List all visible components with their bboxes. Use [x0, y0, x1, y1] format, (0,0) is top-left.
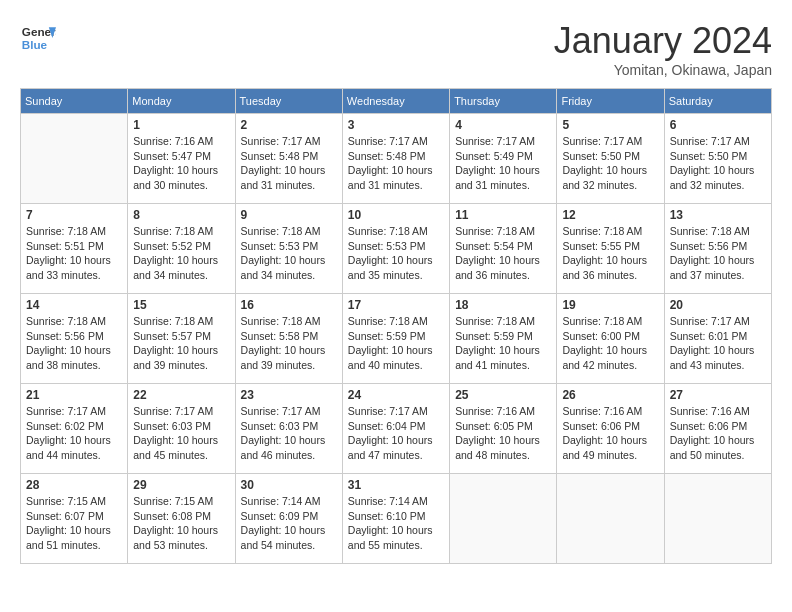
day-info: Sunrise: 7:17 AM Sunset: 5:50 PM Dayligh… — [670, 134, 766, 193]
calendar-day-cell: 23Sunrise: 7:17 AM Sunset: 6:03 PM Dayli… — [235, 384, 342, 474]
calendar-day-cell: 26Sunrise: 7:16 AM Sunset: 6:06 PM Dayli… — [557, 384, 664, 474]
calendar-day-cell: 6Sunrise: 7:17 AM Sunset: 5:50 PM Daylig… — [664, 114, 771, 204]
calendar-day-cell: 11Sunrise: 7:18 AM Sunset: 5:54 PM Dayli… — [450, 204, 557, 294]
day-info: Sunrise: 7:18 AM Sunset: 5:52 PM Dayligh… — [133, 224, 229, 283]
day-number: 9 — [241, 208, 337, 222]
calendar-day-header: Friday — [557, 89, 664, 114]
calendar-day-cell: 27Sunrise: 7:16 AM Sunset: 6:06 PM Dayli… — [664, 384, 771, 474]
day-info: Sunrise: 7:16 AM Sunset: 5:47 PM Dayligh… — [133, 134, 229, 193]
day-number: 4 — [455, 118, 551, 132]
calendar-day-cell: 7Sunrise: 7:18 AM Sunset: 5:51 PM Daylig… — [21, 204, 128, 294]
calendar-day-cell: 20Sunrise: 7:17 AM Sunset: 6:01 PM Dayli… — [664, 294, 771, 384]
day-info: Sunrise: 7:18 AM Sunset: 5:56 PM Dayligh… — [670, 224, 766, 283]
logo: General Blue — [20, 20, 56, 56]
day-number: 21 — [26, 388, 122, 402]
calendar-day-header: Saturday — [664, 89, 771, 114]
calendar-week-row: 14Sunrise: 7:18 AM Sunset: 5:56 PM Dayli… — [21, 294, 772, 384]
day-info: Sunrise: 7:15 AM Sunset: 6:07 PM Dayligh… — [26, 494, 122, 553]
day-info: Sunrise: 7:16 AM Sunset: 6:06 PM Dayligh… — [562, 404, 658, 463]
calendar-day-cell: 21Sunrise: 7:17 AM Sunset: 6:02 PM Dayli… — [21, 384, 128, 474]
calendar-day-cell — [557, 474, 664, 564]
calendar-day-cell: 16Sunrise: 7:18 AM Sunset: 5:58 PM Dayli… — [235, 294, 342, 384]
calendar-day-header: Monday — [128, 89, 235, 114]
calendar-day-cell: 19Sunrise: 7:18 AM Sunset: 6:00 PM Dayli… — [557, 294, 664, 384]
calendar-day-cell: 22Sunrise: 7:17 AM Sunset: 6:03 PM Dayli… — [128, 384, 235, 474]
day-info: Sunrise: 7:18 AM Sunset: 5:54 PM Dayligh… — [455, 224, 551, 283]
day-number: 26 — [562, 388, 658, 402]
calendar-day-cell: 24Sunrise: 7:17 AM Sunset: 6:04 PM Dayli… — [342, 384, 449, 474]
day-info: Sunrise: 7:17 AM Sunset: 6:03 PM Dayligh… — [133, 404, 229, 463]
day-info: Sunrise: 7:17 AM Sunset: 6:03 PM Dayligh… — [241, 404, 337, 463]
day-number: 5 — [562, 118, 658, 132]
calendar-day-header: Sunday — [21, 89, 128, 114]
day-info: Sunrise: 7:16 AM Sunset: 6:06 PM Dayligh… — [670, 404, 766, 463]
calendar-day-cell: 31Sunrise: 7:14 AM Sunset: 6:10 PM Dayli… — [342, 474, 449, 564]
day-info: Sunrise: 7:17 AM Sunset: 6:02 PM Dayligh… — [26, 404, 122, 463]
day-number: 6 — [670, 118, 766, 132]
calendar-week-row: 21Sunrise: 7:17 AM Sunset: 6:02 PM Dayli… — [21, 384, 772, 474]
day-number: 15 — [133, 298, 229, 312]
title-block: January 2024 Yomitan, Okinawa, Japan — [554, 20, 772, 78]
day-number: 24 — [348, 388, 444, 402]
calendar-day-cell: 29Sunrise: 7:15 AM Sunset: 6:08 PM Dayli… — [128, 474, 235, 564]
day-number: 1 — [133, 118, 229, 132]
day-info: Sunrise: 7:17 AM Sunset: 5:48 PM Dayligh… — [241, 134, 337, 193]
calendar-day-cell — [21, 114, 128, 204]
day-info: Sunrise: 7:17 AM Sunset: 6:04 PM Dayligh… — [348, 404, 444, 463]
day-number: 22 — [133, 388, 229, 402]
day-number: 28 — [26, 478, 122, 492]
day-number: 18 — [455, 298, 551, 312]
calendar-day-cell — [664, 474, 771, 564]
day-number: 23 — [241, 388, 337, 402]
day-number: 8 — [133, 208, 229, 222]
calendar-week-row: 1Sunrise: 7:16 AM Sunset: 5:47 PM Daylig… — [21, 114, 772, 204]
day-number: 7 — [26, 208, 122, 222]
month-title: January 2024 — [554, 20, 772, 62]
day-number: 25 — [455, 388, 551, 402]
day-number: 16 — [241, 298, 337, 312]
day-info: Sunrise: 7:18 AM Sunset: 5:53 PM Dayligh… — [348, 224, 444, 283]
calendar-week-row: 28Sunrise: 7:15 AM Sunset: 6:07 PM Dayli… — [21, 474, 772, 564]
calendar-day-cell: 25Sunrise: 7:16 AM Sunset: 6:05 PM Dayli… — [450, 384, 557, 474]
day-number: 11 — [455, 208, 551, 222]
day-info: Sunrise: 7:14 AM Sunset: 6:10 PM Dayligh… — [348, 494, 444, 553]
day-number: 13 — [670, 208, 766, 222]
calendar-day-header: Thursday — [450, 89, 557, 114]
day-info: Sunrise: 7:18 AM Sunset: 5:59 PM Dayligh… — [348, 314, 444, 373]
calendar-header-row: SundayMondayTuesdayWednesdayThursdayFrid… — [21, 89, 772, 114]
day-number: 19 — [562, 298, 658, 312]
day-info: Sunrise: 7:18 AM Sunset: 5:58 PM Dayligh… — [241, 314, 337, 373]
day-number: 17 — [348, 298, 444, 312]
calendar-day-cell: 8Sunrise: 7:18 AM Sunset: 5:52 PM Daylig… — [128, 204, 235, 294]
day-number: 14 — [26, 298, 122, 312]
day-number: 29 — [133, 478, 229, 492]
calendar-day-cell: 18Sunrise: 7:18 AM Sunset: 5:59 PM Dayli… — [450, 294, 557, 384]
logo-icon: General Blue — [20, 20, 56, 56]
day-info: Sunrise: 7:18 AM Sunset: 5:57 PM Dayligh… — [133, 314, 229, 373]
svg-text:Blue: Blue — [22, 38, 48, 51]
day-info: Sunrise: 7:17 AM Sunset: 6:01 PM Dayligh… — [670, 314, 766, 373]
day-info: Sunrise: 7:17 AM Sunset: 5:49 PM Dayligh… — [455, 134, 551, 193]
page-header: General Blue January 2024 Yomitan, Okina… — [20, 20, 772, 78]
day-number: 2 — [241, 118, 337, 132]
day-number: 3 — [348, 118, 444, 132]
calendar-day-cell: 13Sunrise: 7:18 AM Sunset: 5:56 PM Dayli… — [664, 204, 771, 294]
calendar-day-cell: 10Sunrise: 7:18 AM Sunset: 5:53 PM Dayli… — [342, 204, 449, 294]
day-info: Sunrise: 7:18 AM Sunset: 6:00 PM Dayligh… — [562, 314, 658, 373]
day-number: 27 — [670, 388, 766, 402]
day-number: 20 — [670, 298, 766, 312]
calendar-day-cell: 14Sunrise: 7:18 AM Sunset: 5:56 PM Dayli… — [21, 294, 128, 384]
calendar-day-cell: 9Sunrise: 7:18 AM Sunset: 5:53 PM Daylig… — [235, 204, 342, 294]
day-number: 10 — [348, 208, 444, 222]
day-info: Sunrise: 7:15 AM Sunset: 6:08 PM Dayligh… — [133, 494, 229, 553]
day-info: Sunrise: 7:14 AM Sunset: 6:09 PM Dayligh… — [241, 494, 337, 553]
day-info: Sunrise: 7:18 AM Sunset: 5:53 PM Dayligh… — [241, 224, 337, 283]
calendar-day-cell: 30Sunrise: 7:14 AM Sunset: 6:09 PM Dayli… — [235, 474, 342, 564]
calendar-day-cell: 28Sunrise: 7:15 AM Sunset: 6:07 PM Dayli… — [21, 474, 128, 564]
day-number: 30 — [241, 478, 337, 492]
day-info: Sunrise: 7:18 AM Sunset: 5:56 PM Dayligh… — [26, 314, 122, 373]
calendar-day-cell: 3Sunrise: 7:17 AM Sunset: 5:48 PM Daylig… — [342, 114, 449, 204]
day-info: Sunrise: 7:18 AM Sunset: 5:51 PM Dayligh… — [26, 224, 122, 283]
location-subtitle: Yomitan, Okinawa, Japan — [554, 62, 772, 78]
day-number: 31 — [348, 478, 444, 492]
